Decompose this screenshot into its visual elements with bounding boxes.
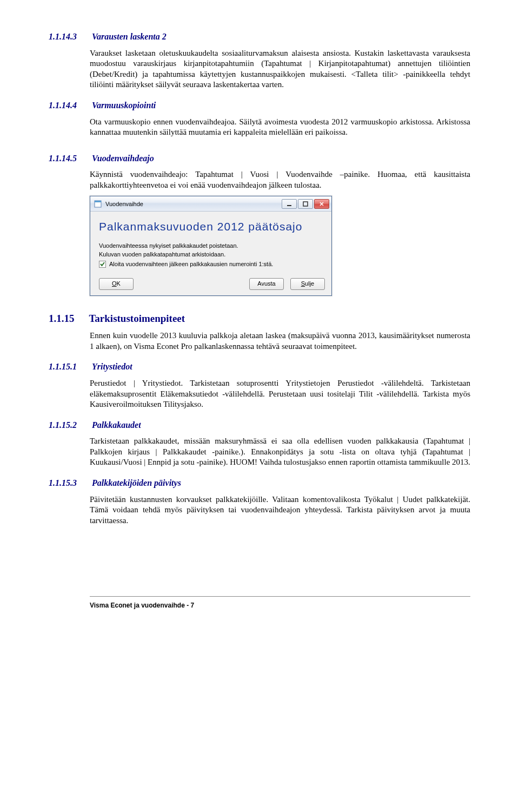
paragraph: Perustiedot | Yritystiedot. Tarkistetaan… [90, 378, 470, 410]
footer-text: Visma Econet ja vuodenvaihde - 7 [90, 602, 194, 609]
section-number: 1.1.15 [49, 312, 86, 326]
section-number: 1.1.14.3 [49, 31, 90, 43]
paragraph: Varaukset lasketaan oletuskuukaudelta so… [90, 48, 470, 90]
checkbox-row: Aloita vuodenvaihteen jälkeen palkkakaus… [99, 260, 323, 268]
checkbox-label: Aloita vuodenvaihteen jälkeen palkkakaus… [109, 260, 273, 268]
section-title: Varausten laskenta 2 [92, 32, 167, 41]
body-s3: Käynnistä vuodenvaihdeajo: Tapahtumat | … [90, 169, 470, 190]
window-buttons [281, 199, 329, 209]
section-number: 1.1.15.1 [49, 361, 90, 373]
dialog-body: Palkanmaksuvuoden 2012 päätösajo Vuodenv… [90, 212, 331, 273]
dialog-screenshot: Vuodenvaihde Palkanmaksuvuoden 2012 päät… [90, 196, 470, 295]
dialog-text-2: Kuluvan vuoden palkkatapahtumat arkistoi… [99, 250, 323, 258]
body-s2: Ota varmuuskopio ennen vuodenvaihdeajoa.… [90, 117, 470, 138]
dialog-button-row: OK Avusta Sulje [90, 274, 331, 295]
body-s7: Päivitetään kustannusten korvaukset palk… [90, 494, 470, 526]
vuodenvaihde-dialog: Vuodenvaihde Palkanmaksuvuoden 2012 päät… [90, 196, 332, 295]
minimize-button[interactable] [282, 199, 297, 209]
sulje-button[interactable]: Sulje [290, 278, 325, 290]
paragraph: Käynnistä vuodenvaihdeajo: Tapahtumat | … [90, 169, 470, 190]
section-title: Yritystiedot [92, 362, 132, 371]
paragraph: Ennen kuin vuodelle 2013 kuuluvia palkko… [90, 331, 470, 352]
section-number: 1.1.15.2 [49, 420, 90, 431]
body-s1: Varaukset lasketaan oletuskuukaudelta so… [90, 48, 470, 90]
heading-varmuuskopiointi: 1.1.14.4 Varmuuskopiointi [49, 100, 470, 111]
dialog-titlebar: Vuodenvaihde [90, 196, 331, 212]
heading-vuodenvaihdeajo: 1.1.14.5 Vuodenvaihdeajo [49, 153, 470, 164]
avusta-button[interactable]: Avusta [249, 278, 284, 290]
body-s4: Ennen kuin vuodelle 2013 kuuluvia palkko… [90, 331, 470, 352]
maximize-button[interactable] [298, 199, 313, 209]
svg-rect-1 [95, 201, 101, 202]
paragraph: Päivitetään kustannusten korvaukset palk… [90, 494, 470, 526]
heading-palkkatekijoiden-paivitys: 1.1.15.3 Palkkatekijöiden päivitys [49, 478, 470, 489]
ok-button[interactable]: OK [99, 278, 134, 290]
app-icon [94, 200, 102, 208]
body-s5: Perustiedot | Yritystiedot. Tarkistetaan… [90, 378, 470, 410]
section-title: Palkkakaudet [92, 420, 141, 430]
section-title: Varmuuskopiointi [92, 101, 156, 110]
section-title: Palkkatekijöiden päivitys [92, 478, 181, 487]
section-number: 1.1.14.4 [49, 100, 90, 111]
heading-varausten-laskenta-2: 1.1.14.3 Varausten laskenta 2 [49, 31, 470, 43]
section-number: 1.1.15.3 [49, 478, 90, 489]
section-number: 1.1.14.5 [49, 153, 90, 164]
svg-rect-3 [303, 202, 308, 206]
dialog-title: Vuodenvaihde [105, 200, 281, 208]
paragraph: Ota varmuuskopio ennen vuodenvaihdeajoa.… [90, 117, 470, 138]
section-title: Tarkistustoimenpiteet [89, 313, 185, 324]
paragraph: Tarkistetaan palkkakaudet, missään maksu… [90, 436, 470, 468]
heading-yritystiedot: 1.1.15.1 Yritystiedot [49, 361, 470, 373]
dialog-heading: Palkanmaksuvuoden 2012 päätösajo [99, 219, 323, 234]
body-s6: Tarkistetaan palkkakaudet, missään maksu… [90, 436, 470, 468]
heading-tarkistustoimenpiteet: 1.1.15 Tarkistustoimenpiteet [49, 312, 470, 326]
page-footer: Visma Econet ja vuodenvaihde - 7 [90, 596, 470, 611]
dialog-text-1: Vuodenvaihteessa nykyiset palkkakaudet p… [99, 242, 323, 249]
close-button[interactable] [314, 199, 329, 209]
section-title: Vuodenvaihdeajo [92, 154, 154, 163]
numbering-checkbox[interactable] [99, 261, 106, 268]
heading-palkkakaudet: 1.1.15.2 Palkkakaudet [49, 420, 470, 431]
svg-rect-2 [287, 205, 291, 206]
